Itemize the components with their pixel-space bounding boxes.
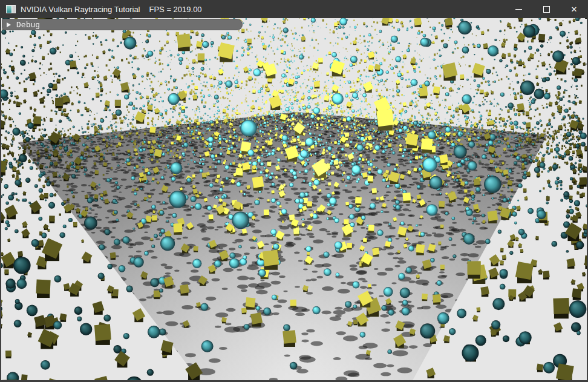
- collapse-arrow-icon: [7, 22, 11, 27]
- raytraced-viewport-canvas[interactable]: [1, 18, 587, 380]
- minimize-button[interactable]: [505, 0, 532, 18]
- viewport-area: Debug: [1, 18, 587, 380]
- debug-panel-header[interactable]: Debug: [2, 19, 243, 30]
- debug-panel-label: Debug: [16, 20, 40, 29]
- close-button[interactable]: ✕: [560, 0, 588, 18]
- minimize-icon: [515, 9, 522, 10]
- title-bar[interactable]: NVIDIA Vulkan Raytracing Tutorial FPS = …: [0, 0, 588, 18]
- maximize-button[interactable]: [532, 0, 560, 18]
- app-window-icon[interactable]: [6, 5, 16, 13]
- window-title: NVIDIA Vulkan Raytracing Tutorial: [21, 5, 140, 14]
- app-window: NVIDIA Vulkan Raytracing Tutorial FPS = …: [0, 0, 588, 382]
- fps-counter: FPS = 2019.00: [149, 5, 202, 14]
- close-icon: ✕: [571, 5, 578, 13]
- maximize-icon: [543, 6, 550, 13]
- window-controls: ✕: [505, 0, 588, 18]
